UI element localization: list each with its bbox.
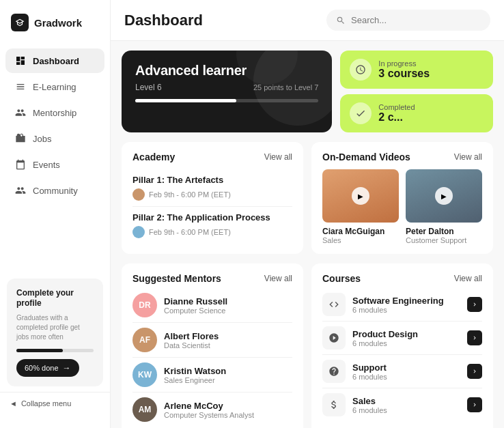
search-container: [326, 10, 490, 31]
nav-item-dashboard[interactable]: Dashboard: [5, 48, 104, 73]
chevron-right-icon-2: [471, 368, 478, 375]
nav-item-mentorship[interactable]: Mentorship: [5, 100, 104, 125]
course-icon-2: [322, 360, 346, 383]
logo: Gradwork: [0, 14, 110, 48]
course-info-0: Software Engineering 6 modules: [352, 296, 460, 314]
graduation-icon: [15, 18, 25, 27]
jobs-icon: [15, 133, 26, 144]
hero-section: Advanced learner Level 6 25 points to Le…: [122, 51, 493, 132]
community-icon: [15, 185, 26, 196]
stat-label-in-progress: In progress: [378, 59, 430, 68]
code-icon: [328, 299, 339, 310]
course-arrow-2[interactable]: [467, 364, 482, 379]
course-item-2[interactable]: Support 6 modules: [322, 355, 482, 388]
mentor-role-2: Sales Engineer: [164, 376, 226, 384]
video-name-0: Ciara McGuigan: [322, 227, 399, 236]
search-icon: [336, 16, 346, 25]
mentor-name-2: Kristin Watson: [164, 366, 226, 376]
bottom-row: Suggested Mentors View all DR Dianne Rus…: [122, 263, 493, 428]
course-item-3[interactable]: Sales 6 modules: [322, 388, 482, 421]
chevron-right-icon-1: [471, 334, 478, 341]
elearning-icon: [15, 81, 26, 92]
mentor-role-0: Computer Science: [164, 306, 227, 315]
video-name-1: Peter Dalton: [406, 227, 482, 236]
academy-item-meta-1: Feb 9th - 6:00 PM (EET): [132, 226, 292, 238]
check-icon: [355, 108, 366, 119]
course-arrow-1[interactable]: [467, 330, 482, 345]
academy-view-all[interactable]: View all: [264, 152, 292, 162]
academy-item-title-1: Pillar 2: The Application Process: [132, 212, 292, 223]
nav-item-elearning[interactable]: E-Learning: [5, 74, 104, 99]
clock-icon-circle: [350, 59, 372, 81]
course-info-1: Product Design 6 modules: [352, 329, 460, 347]
academy-item-0: Pillar 1: The Artefacts Feb 9th - 6:00 P…: [132, 169, 292, 207]
course-item-1[interactable]: Product Design 6 modules: [322, 322, 482, 355]
profile-completion-card: Complete your profile Graduates with a c…: [7, 279, 103, 386]
course-arrow-0[interactable]: [467, 297, 482, 312]
academy-item-meta-0: Feb 9th - 6:00 PM (EET): [132, 188, 292, 201]
logo-text: Gradwork: [34, 17, 82, 29]
course-name-2: Support: [352, 362, 460, 373]
hero-progress-fill: [135, 99, 236, 102]
academy-item-title-0: Pillar 1: The Artefacts: [132, 175, 292, 185]
academy-item-1: Pillar 2: The Application Process Feb 9t…: [132, 207, 292, 244]
mentor-name-0: Dianne Russell: [164, 296, 227, 306]
mentor-item-1[interactable]: AF Albert Flores Data Scientist: [132, 323, 292, 358]
collapse-menu[interactable]: ◄ Collapse menu: [0, 392, 110, 414]
mentor-avatar-2: KW: [132, 362, 157, 387]
video-thumb-0: ▶: [322, 169, 399, 223]
mentors-header: Suggested Mentors View all: [132, 273, 292, 284]
academy-card: Academy View all Pillar 1: The Artefacts…: [122, 142, 303, 254]
video-grid: ▶ Ciara McGuigan Sales ▶ Peter Dalton Cu…: [322, 169, 482, 244]
mentor-item-2[interactable]: KW Kristin Watson Sales Engineer: [132, 358, 292, 393]
course-modules-3: 6 modules: [352, 406, 460, 414]
course-name-3: Sales: [352, 396, 460, 406]
collapse-label: Collapse menu: [21, 399, 71, 408]
courses-view-all[interactable]: View all: [454, 274, 482, 283]
hero-progress-bar: [135, 99, 318, 102]
course-icon-0: [322, 293, 346, 316]
mentors-view-all[interactable]: View all: [264, 274, 292, 283]
mentor-item-0[interactable]: DR Dianne Russell Computer Science: [132, 288, 292, 323]
check-icon-circle: [350, 102, 372, 124]
arrow-right-icon: →: [63, 363, 71, 373]
mentors-card: Suggested Mentors View all DR Dianne Rus…: [122, 263, 303, 428]
course-item-0[interactable]: Software Engineering 6 modules: [322, 288, 482, 322]
topbar: Dashboard: [111, 0, 504, 41]
course-name-1: Product Design: [352, 329, 460, 339]
logo-icon: [11, 14, 29, 31]
courses-title: Courses: [322, 273, 361, 284]
course-arrow-3[interactable]: [467, 397, 482, 412]
mentor-avatar-1: AF: [132, 328, 157, 352]
page-title: Dashboard: [124, 12, 203, 29]
nav-item-community[interactable]: Community: [5, 178, 104, 203]
mentor-name-3: Arlene McCoy: [164, 401, 254, 411]
mentor-role-1: Data Scientist: [164, 341, 219, 349]
support-icon: [328, 366, 339, 377]
chevron-right-icon-3: [471, 401, 478, 408]
mentor-role-3: Computer Systems Analyst: [164, 411, 254, 419]
courses-card: Courses View all Software Engineering 6 …: [311, 263, 493, 428]
course-icon-3: [322, 393, 346, 416]
nav-item-events[interactable]: Events: [5, 152, 104, 177]
courses-header: Courses View all: [322, 273, 482, 284]
search-input[interactable]: [351, 15, 474, 25]
video-card-0[interactable]: ▶ Ciara McGuigan Sales: [322, 169, 399, 244]
profile-progress-button[interactable]: 60% done →: [16, 359, 79, 377]
mentor-item-3[interactable]: AM Arlene McCoy Computer Systems Analyst: [132, 393, 292, 427]
mid-row: Academy View all Pillar 1: The Artefacts…: [122, 142, 493, 254]
hero-points: 25 points to Level 7: [253, 83, 318, 91]
progress-button-label: 60% done: [25, 364, 59, 372]
course-modules-1: 6 modules: [352, 339, 460, 347]
video-card-1[interactable]: ▶ Peter Dalton Customer Support: [406, 169, 482, 244]
nav-label-dashboard: Dashboard: [33, 56, 79, 66]
stat-label-completed: Completed: [378, 103, 415, 111]
nav-label-jobs: Jobs: [33, 134, 51, 144]
collapse-icon: ◄: [10, 399, 17, 408]
main-content: Dashboard Advanced learner Level 6 25 po…: [111, 0, 504, 428]
nav-item-jobs[interactable]: Jobs: [5, 126, 104, 151]
hero-level: Level 6: [135, 83, 162, 92]
mentor-avatar-3: AM: [132, 397, 157, 422]
videos-view-all[interactable]: View all: [454, 152, 482, 162]
videos-header: On-Demand Videos View all: [322, 152, 482, 162]
